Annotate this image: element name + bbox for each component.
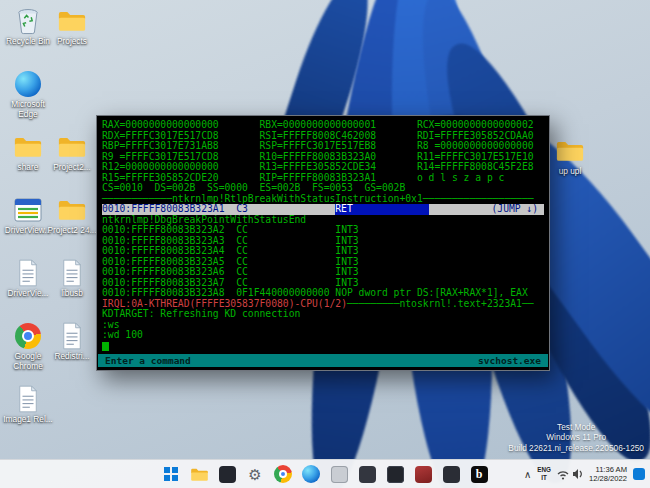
b-app-button[interactable]: b	[469, 464, 490, 485]
register-line: R12=0000000000000000 R13=FFFFE305852CDE3…	[102, 162, 544, 173]
chrome-icon	[15, 321, 41, 351]
app-icon	[387, 466, 404, 483]
watermark-line: Build 22621.ni_release.220506-1250	[508, 443, 644, 454]
app-icon	[415, 466, 432, 483]
desktop-icon-label: DriverVie...	[8, 289, 49, 299]
debugger-screen: RAX=0000000000000000 RBX=000000000000000…	[97, 116, 549, 353]
desktop-icon-label: libusb	[61, 289, 83, 299]
irql-status: IRQL:0A-KTHREAD(FFFFE305837F0080)-CPU(1/…	[102, 298, 347, 309]
b-app-icon: b	[471, 466, 488, 483]
jump-annotation: (JUMP ↓)	[492, 204, 545, 215]
disasm-line: 0010:FFFFF80083B323A4 CC INT3	[102, 246, 544, 257]
desktop-icon-label: Project2 24...	[48, 226, 97, 236]
taskbar: ⚙ b ∧ ENG IT	[0, 459, 650, 488]
clock[interactable]: 11:36 AM 12/28/2022	[589, 465, 627, 484]
command-echo: :ws	[102, 320, 544, 331]
desktop-icon-label: Projects	[57, 37, 87, 47]
highlight-spacer	[429, 204, 492, 215]
statusbar-hint: Enter a command	[105, 354, 191, 367]
folder-icon	[57, 6, 87, 36]
text-cursor	[102, 342, 109, 351]
segment-register-line: CS=0010 DS=002B SS=0000 ES=002B FS=0053 …	[102, 183, 544, 194]
instruction-mnemonic: RET	[335, 204, 428, 215]
test-mode-watermark: Test Mode Windows 11 Pro Build 22621.ni_…	[508, 422, 644, 454]
command-input-line[interactable]	[102, 341, 544, 352]
network-volume-icons[interactable]	[557, 468, 583, 480]
app-icon	[443, 466, 460, 483]
file-explorer-icon	[190, 466, 209, 483]
edge-button[interactable]	[301, 464, 322, 485]
watermark-line: Test Mode	[508, 422, 644, 433]
tray-chevron-icon[interactable]: ∧	[524, 469, 531, 480]
edge-icon	[15, 69, 41, 99]
folder-icon	[13, 132, 43, 162]
desktop-icon-redistri[interactable]: Redistri...	[46, 321, 98, 362]
desktop-icon-microsoft-edge[interactable]: Microsoft Edge	[2, 69, 54, 119]
recycle-bin-icon	[16, 6, 40, 36]
desktop-icon-libusb[interactable]: libusb	[46, 258, 98, 299]
watermark-line: Windows 11 Pro	[508, 432, 644, 443]
desktop-icon-label: share	[18, 163, 39, 173]
disasm-line: 0010:FFFFF80083B323A2 CC INT3	[102, 225, 544, 236]
current-instruction-line[interactable]: 0010:FFFFF80083B323A1 C3 RET (JUMP ↓)	[102, 204, 544, 215]
instruction-bytes: C3	[236, 204, 335, 215]
taskbar-center-icons: ⚙ b	[161, 464, 490, 485]
app-window-icon	[331, 466, 348, 483]
terminal-app-button[interactable]	[217, 464, 238, 485]
windows-logo-icon	[164, 467, 178, 481]
document-icon	[61, 258, 83, 288]
file-explorer-button[interactable]	[189, 464, 210, 485]
date-text: 12/28/2022	[589, 474, 627, 483]
language-line: IT	[537, 474, 551, 482]
debugger-status-bar: Enter a command svchost.exe	[98, 354, 548, 367]
folder-icon	[555, 136, 585, 166]
chrome-icon	[274, 465, 292, 483]
gear-icon: ⚙	[248, 467, 261, 482]
document-icon	[61, 321, 83, 351]
command-echo: :wd 100	[102, 330, 544, 341]
folder-icon	[57, 195, 87, 225]
edge-icon	[302, 465, 320, 483]
kd-message: KDTARGET: Refreshing KD connection	[102, 309, 544, 320]
folder-icon	[57, 132, 87, 162]
time-text: 11:36 AM	[589, 465, 627, 474]
desktop-icon-label: Project2...	[53, 163, 90, 173]
desktop-icon-image1[interactable]: Image1 Rel...	[2, 384, 54, 425]
desktop-icon-projects[interactable]: Projects	[46, 6, 98, 47]
start-button[interactable]	[161, 464, 182, 485]
gray-app-button[interactable]	[329, 464, 350, 485]
desktop-icon-label: Image1 Rel...	[3, 415, 52, 425]
red-app-button[interactable]	[413, 464, 434, 485]
dark-app-button-2[interactable]	[357, 464, 378, 485]
document-icon	[17, 258, 39, 288]
register-line: RAX=0000000000000000 RBX=000000000000000…	[102, 120, 544, 131]
chrome-button[interactable]	[273, 464, 294, 485]
app-icon	[359, 466, 376, 483]
terminal-icon	[219, 466, 236, 483]
dark-app-button-4[interactable]	[441, 464, 462, 485]
desktop-icon-label: up upl	[559, 167, 582, 177]
app-window-icon	[14, 195, 42, 225]
module-offset: ─────────ntoskrnl!.text+2323A1──	[347, 298, 534, 309]
statusbar-process-name: svchost.exe	[478, 354, 541, 367]
desktop-icon-label: Microsoft Edge	[2, 100, 54, 119]
desktop-icon-label: Redistri...	[54, 352, 89, 362]
desktop: Recycle Bin Microsoft Edge share DriverV…	[0, 0, 650, 488]
language-indicator[interactable]: ENG IT	[537, 466, 551, 482]
desktop-icon-label: Recycle Bin	[6, 37, 50, 47]
desktop-icon-label: DriverView...	[5, 226, 51, 236]
settings-button[interactable]: ⚙	[245, 464, 266, 485]
register-line: RBP=FFFFC3017E731AB8 RSP=FFFFC3017E517EB…	[102, 141, 544, 152]
desktop-icon-project2-24[interactable]: Project2 24...	[46, 195, 98, 236]
document-icon	[17, 384, 39, 414]
dark-app-button-3[interactable]	[385, 464, 406, 485]
instruction-address: 0010:FFFFF80083B323A1	[102, 204, 236, 215]
notification-badge[interactable]	[633, 468, 645, 480]
language-line: ENG	[537, 466, 551, 474]
disasm-line: 0010:FFFFF80083B323A6 CC INT3	[102, 267, 544, 278]
desktop-icon-project2[interactable]: Project2...	[46, 132, 98, 173]
system-tray: ∧ ENG IT 11:36 AM 12/28/2022	[524, 460, 645, 488]
kernel-debugger-window[interactable]: RAX=0000000000000000 RBX=000000000000000…	[96, 115, 550, 371]
desktop-icon-up-upl[interactable]: up upl	[544, 136, 596, 177]
